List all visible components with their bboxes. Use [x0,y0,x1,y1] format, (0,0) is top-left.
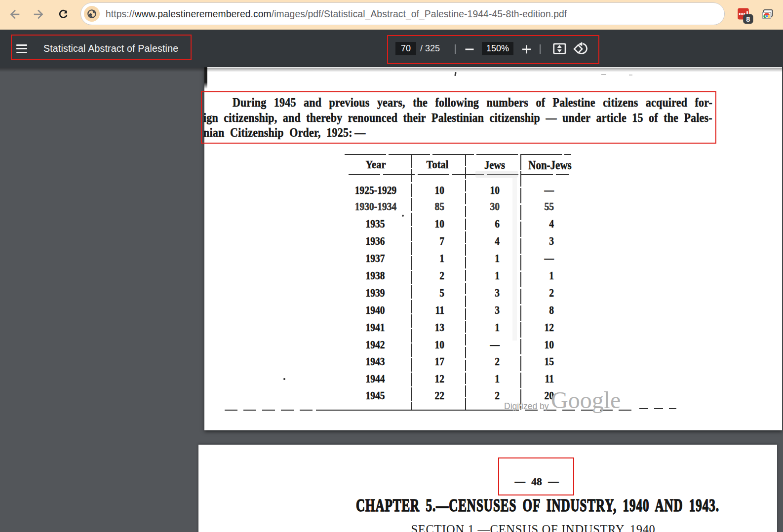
svg-text:8: 8 [746,15,750,23]
